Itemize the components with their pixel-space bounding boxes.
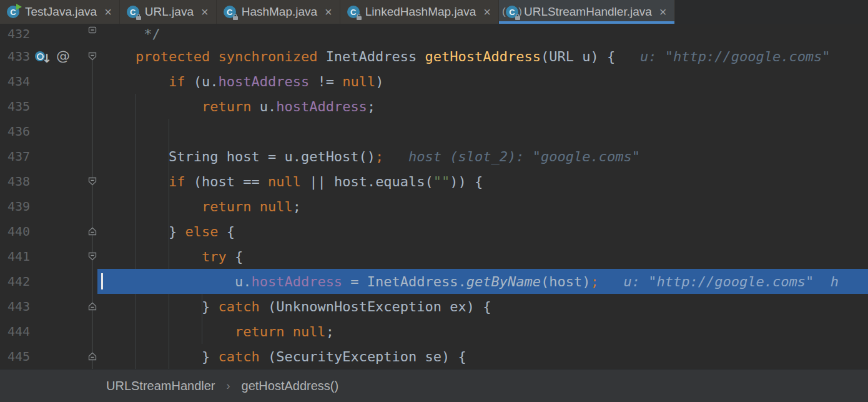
line-number[interactable]: 443 bbox=[0, 299, 30, 314]
code-text[interactable]: } else { bbox=[97, 219, 868, 244]
line-number[interactable]: 442 bbox=[0, 274, 30, 289]
code-token bbox=[102, 224, 169, 239]
fold-marker-icon[interactable] bbox=[87, 24, 97, 44]
code-line-443[interactable]: 443 } catch (UnknownHostException ex) { bbox=[0, 294, 868, 319]
code-token: } bbox=[169, 224, 185, 239]
code-text[interactable]: try { bbox=[97, 244, 868, 269]
code-line-435[interactable]: 435 return u.hostAddress; bbox=[0, 94, 868, 119]
line-number[interactable]: 444 bbox=[0, 324, 30, 339]
code-token: ) bbox=[375, 74, 383, 89]
line-number[interactable]: 432 bbox=[0, 26, 30, 41]
gutter[interactable]: 436 bbox=[0, 119, 97, 144]
tab-close-icon[interactable]: × bbox=[201, 6, 209, 18]
debugger-inline-hint: u: "http://google.coms" h bbox=[624, 274, 839, 289]
fold-marker-icon[interactable] bbox=[87, 244, 97, 269]
tab-urlstreamhandler-java[interactable]: (C)URLStreamHandler.java× bbox=[499, 0, 675, 24]
line-number[interactable]: 433 bbox=[0, 49, 30, 64]
code-line-437[interactable]: 437 String host = u.getHost();host (slot… bbox=[0, 144, 868, 169]
gutter[interactable]: 432 bbox=[0, 24, 97, 44]
code-line-444[interactable]: 444 return null; bbox=[0, 319, 868, 344]
code-editor[interactable]: 432 */433↓@ protected synchronized InetA… bbox=[0, 24, 868, 369]
code-token: getHostAddress bbox=[425, 49, 541, 64]
lock-badge-icon bbox=[233, 16, 238, 20]
gutter[interactable]: 434 bbox=[0, 69, 97, 94]
code-line-441[interactable]: 441 try { bbox=[0, 244, 868, 269]
java-abstract-class-locked-icon: (C) bbox=[505, 5, 519, 19]
gutter[interactable]: 440 bbox=[0, 219, 97, 244]
line-number[interactable]: 438 bbox=[0, 174, 30, 189]
gutter[interactable]: 445 bbox=[0, 344, 97, 369]
code-line-445[interactable]: 445 } catch (SecurityException se) { bbox=[0, 344, 868, 369]
fold-marker-icon[interactable] bbox=[87, 44, 97, 69]
code-text[interactable]: if (u.hostAddress != null) bbox=[97, 69, 868, 94]
fold-marker-icon[interactable] bbox=[87, 294, 97, 319]
code-token: = InetAddress. bbox=[342, 274, 466, 289]
code-text[interactable]: return null; bbox=[97, 194, 868, 219]
tab-hashmap-java[interactable]: CHashMap.java× bbox=[217, 0, 340, 24]
code-text[interactable]: String host = u.getHost();host (slot_2):… bbox=[97, 144, 868, 169]
code-text[interactable]: */ bbox=[97, 24, 868, 44]
code-text[interactable]: } catch (UnknownHostException ex) { bbox=[97, 294, 868, 319]
breadcrumb-item[interactable]: getHostAddress() bbox=[242, 379, 339, 393]
line-number[interactable]: 437 bbox=[0, 149, 30, 164]
line-number[interactable]: 441 bbox=[0, 249, 30, 264]
code-text[interactable]: return null; bbox=[97, 319, 868, 344]
code-line-436[interactable]: 436 bbox=[0, 119, 868, 144]
tab-close-icon[interactable]: × bbox=[483, 6, 491, 18]
code-line-433[interactable]: 433↓@ protected synchronized InetAddress… bbox=[0, 44, 868, 69]
tab-close-icon[interactable]: × bbox=[325, 6, 332, 18]
code-token bbox=[102, 99, 202, 114]
gutter[interactable]: 437 bbox=[0, 144, 97, 169]
code-token: "" bbox=[433, 174, 450, 189]
code-token: getByName bbox=[466, 274, 541, 289]
code-line-438[interactable]: 438 if (host == null || host.equals(""))… bbox=[0, 169, 868, 194]
gutter[interactable]: 435 bbox=[0, 94, 97, 119]
code-token: return bbox=[202, 99, 260, 114]
code-token: hostAddress bbox=[218, 74, 309, 89]
gutter[interactable]: 438 bbox=[0, 169, 97, 194]
fold-marker-icon[interactable] bbox=[87, 219, 97, 244]
code-line-442[interactable]: 442 u.hostAddress = InetAddress.getByNam… bbox=[0, 269, 868, 294]
code-token: catch bbox=[218, 349, 267, 364]
code-token bbox=[102, 324, 235, 339]
code-text[interactable] bbox=[97, 119, 868, 144]
tab-testjava-java[interactable]: CTestJava.java× bbox=[0, 0, 120, 24]
code-token bbox=[102, 299, 202, 314]
gutter[interactable]: 444 bbox=[0, 319, 97, 344]
code-text[interactable]: if (host == null || host.equals("")) { bbox=[97, 169, 868, 194]
tab-url-java[interactable]: CURL.java× bbox=[120, 0, 217, 24]
tab-close-icon[interactable]: × bbox=[104, 6, 112, 18]
fold-marker-icon[interactable] bbox=[87, 344, 97, 369]
code-text[interactable]: u.hostAddress = InetAddress.getByName(ho… bbox=[97, 269, 868, 294]
code-token: protected synchronized bbox=[136, 49, 326, 64]
code-line-432[interactable]: 432 */ bbox=[0, 24, 868, 44]
code-text[interactable]: protected synchronized InetAddress getHo… bbox=[97, 44, 868, 69]
fold-marker-icon[interactable] bbox=[87, 169, 97, 194]
code-token: if bbox=[169, 174, 194, 189]
gutter[interactable]: 441 bbox=[0, 244, 97, 269]
code-line-439[interactable]: 439 return null; bbox=[0, 194, 868, 219]
down-arrow-icon: ↓ bbox=[42, 53, 52, 64]
line-number[interactable]: 436 bbox=[0, 124, 30, 139]
line-number[interactable]: 435 bbox=[0, 99, 30, 114]
tab-label: URLStreamHandler.java bbox=[524, 5, 652, 19]
code-line-434[interactable]: 434 if (u.hostAddress != null) bbox=[0, 69, 868, 94]
breadcrumb-item[interactable]: URLStreamHandler bbox=[106, 379, 215, 393]
line-number[interactable]: 445 bbox=[0, 349, 30, 364]
gutter[interactable]: 439 bbox=[0, 194, 97, 219]
paren-icon: ( bbox=[502, 5, 506, 19]
line-number[interactable]: 434 bbox=[0, 74, 30, 89]
lock-badge-icon bbox=[515, 16, 520, 20]
code-text[interactable]: } catch (SecurityException se) { bbox=[97, 344, 868, 369]
gutter[interactable]: 433↓@ bbox=[0, 44, 97, 69]
annotation-icon: @ bbox=[56, 49, 70, 63]
line-number[interactable]: 440 bbox=[0, 224, 30, 239]
gutter[interactable]: 442 bbox=[0, 269, 97, 294]
code-line-440[interactable]: 440 } else { bbox=[0, 219, 868, 244]
code-text[interactable]: return u.hostAddress; bbox=[97, 94, 868, 119]
gutter[interactable]: 443 bbox=[0, 294, 97, 319]
line-number[interactable]: 439 bbox=[0, 199, 30, 214]
tab-close-icon[interactable]: × bbox=[659, 6, 667, 18]
code-token: null bbox=[342, 74, 375, 89]
tab-linkedhashmap-java[interactable]: CLinkedHashMap.java× bbox=[340, 0, 499, 24]
